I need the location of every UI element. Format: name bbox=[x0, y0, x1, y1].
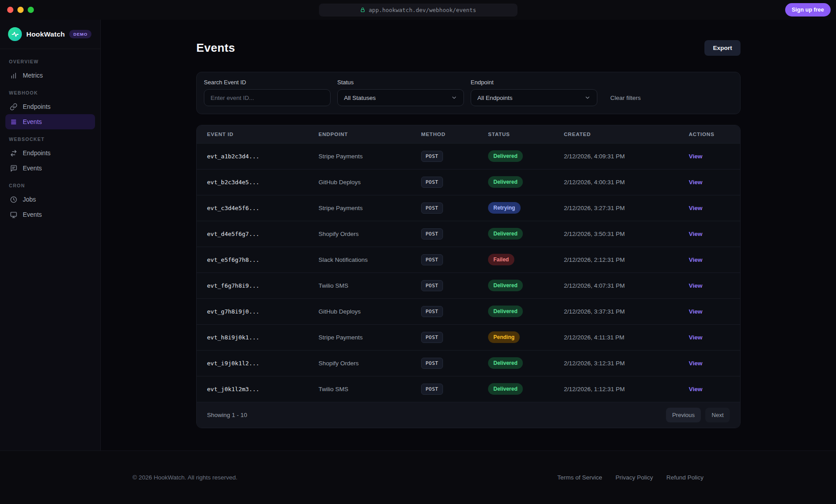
status-badge: Delivered bbox=[488, 357, 523, 369]
list-icon bbox=[10, 118, 17, 126]
table-row: evt_b2c3d4e5... GitHub Deploys POST Deli… bbox=[197, 169, 740, 195]
url-text: app.hookwatch.dev/webhook/events bbox=[369, 7, 476, 13]
sidebar-item-cron-events[interactable]: Events bbox=[5, 207, 95, 222]
status-filter-select[interactable]: All Statuses bbox=[337, 89, 464, 106]
sidebar-item-websocket-endpoints[interactable]: Endpoints bbox=[5, 145, 95, 161]
window-minimize-button[interactable] bbox=[17, 7, 24, 13]
section-label-cron: CRON bbox=[9, 183, 91, 188]
status-filter-value: All Statuses bbox=[344, 95, 376, 101]
view-link[interactable]: View bbox=[689, 282, 703, 289]
view-link[interactable]: View bbox=[689, 205, 703, 211]
status-badge: Delivered bbox=[488, 280, 523, 291]
link-icon bbox=[10, 103, 17, 111]
column-header-status: STATUS bbox=[488, 125, 564, 143]
section-label-websocket: WEBSOCKET bbox=[9, 136, 91, 142]
chevron-down-icon bbox=[451, 95, 457, 101]
view-link[interactable]: View bbox=[689, 153, 703, 160]
view-link[interactable]: View bbox=[689, 256, 703, 263]
created-cell: 2/12/2026, 3:37:31 PM bbox=[564, 298, 689, 324]
section-label-webhook: WEBHOOK bbox=[9, 90, 91, 95]
table-row: evt_c3d4e5f6... Stripe Payments POST Ret… bbox=[197, 195, 740, 221]
monitor-icon bbox=[10, 211, 17, 219]
endpoint-filter-select[interactable]: All Endpoints bbox=[471, 89, 597, 106]
endpoint-filter-value: All Endpoints bbox=[477, 95, 513, 101]
window-close-button[interactable] bbox=[7, 7, 13, 13]
view-link[interactable]: View bbox=[689, 231, 703, 237]
brand-name: HookWatch bbox=[26, 30, 65, 38]
table-row: evt_d4e5f6g7... Shopify Orders POST Deli… bbox=[197, 221, 740, 247]
footer-link[interactable]: Refund Policy bbox=[666, 474, 704, 481]
previous-page-button[interactable]: Previous bbox=[666, 408, 701, 422]
method-badge: POST bbox=[421, 228, 443, 240]
status-badge: Delivered bbox=[488, 383, 523, 395]
status-badge: Retrying bbox=[488, 202, 521, 214]
sidebar: HookWatch DEMO OVERVIEW Metrics WEBHOOK … bbox=[0, 20, 101, 450]
lock-icon bbox=[360, 7, 365, 12]
endpoint-cell: Shopify Orders bbox=[319, 350, 421, 376]
created-cell: 2/12/2026, 3:50:31 PM bbox=[564, 221, 689, 247]
column-header-created: CREATED bbox=[564, 125, 689, 143]
view-link[interactable]: View bbox=[689, 308, 703, 315]
column-header-actions: ACTIONS bbox=[689, 125, 740, 143]
view-link[interactable]: View bbox=[689, 360, 703, 367]
method-badge: POST bbox=[421, 177, 443, 188]
endpoint-cell: Stripe Payments bbox=[319, 195, 421, 221]
status-badge: Delivered bbox=[488, 306, 523, 317]
view-link[interactable]: View bbox=[689, 334, 703, 341]
export-button[interactable]: Export bbox=[704, 40, 741, 56]
sidebar-item-webhook-events[interactable]: Events bbox=[5, 114, 95, 129]
method-badge: POST bbox=[421, 202, 443, 214]
sidebar-item-webhook-endpoints[interactable]: Endpoints bbox=[5, 99, 95, 114]
sidebar-item-websocket-events[interactable]: Events bbox=[5, 161, 95, 176]
event-id-cell: evt_f6g7h8i9... bbox=[197, 273, 319, 298]
search-event-id-label: Search Event ID bbox=[204, 79, 331, 86]
column-header-event-id: EVENT ID bbox=[197, 125, 319, 143]
status-badge: Delivered bbox=[488, 150, 523, 162]
status-badge: Pending bbox=[488, 331, 520, 343]
endpoint-cell: Twilio SMS bbox=[319, 273, 421, 298]
main-area: Events Export Search Event ID Status All… bbox=[101, 20, 836, 450]
method-badge: POST bbox=[421, 151, 443, 162]
sidebar-item-cron-jobs[interactable]: Jobs bbox=[5, 192, 95, 207]
event-id-cell: evt_b2c3d4e5... bbox=[197, 169, 319, 195]
page-title: Events bbox=[196, 41, 235, 55]
chat-bubble-icon bbox=[10, 165, 17, 172]
sidebar-item-metrics[interactable]: Metrics bbox=[5, 68, 95, 83]
footer-link[interactable]: Privacy Policy bbox=[616, 474, 653, 481]
footer-link[interactable]: Terms of Service bbox=[557, 474, 602, 481]
view-link[interactable]: View bbox=[689, 179, 703, 186]
event-id-cell: evt_h8i9j0k1... bbox=[197, 324, 319, 350]
search-event-id-input[interactable] bbox=[204, 89, 331, 106]
status-badge: Delivered bbox=[488, 176, 523, 188]
status-badge: Failed bbox=[488, 254, 514, 265]
event-id-cell: evt_g7h8i9j0... bbox=[197, 298, 319, 324]
next-page-button[interactable]: Next bbox=[705, 408, 730, 422]
signup-button[interactable]: Sign up free bbox=[785, 3, 831, 17]
table-row: evt_a1b2c3d4... Stripe Payments POST Del… bbox=[197, 143, 740, 169]
bar-chart-icon bbox=[10, 72, 17, 79]
endpoint-filter-label: Endpoint bbox=[471, 79, 597, 86]
page-footer: © 2026 HookWatch. All rights reserved. T… bbox=[0, 450, 836, 504]
table-row: evt_e5f6g7h8... Slack Notifications POST… bbox=[197, 247, 740, 273]
table-header-row: EVENT ID ENDPOINT METHOD STATUS CREATED … bbox=[197, 125, 740, 143]
method-badge: POST bbox=[421, 306, 443, 317]
copyright-text: © 2026 HookWatch. All rights reserved. bbox=[132, 474, 237, 481]
event-id-cell: evt_i9j0k1l2... bbox=[197, 350, 319, 376]
clock-icon bbox=[10, 196, 17, 203]
browser-chrome: app.hookwatch.dev/webhook/events Sign up… bbox=[0, 0, 836, 20]
method-badge: POST bbox=[421, 280, 443, 291]
window-maximize-button[interactable] bbox=[28, 7, 34, 13]
filters-panel: Search Event ID Status All Statuses Endp… bbox=[196, 72, 741, 114]
clear-filters-link[interactable]: Clear filters bbox=[610, 95, 641, 101]
created-cell: 2/12/2026, 4:07:31 PM bbox=[564, 273, 689, 298]
view-link[interactable]: View bbox=[689, 386, 703, 392]
hookwatch-logo-icon bbox=[8, 27, 22, 41]
table-row: evt_i9j0k1l2... Shopify Orders POST Deli… bbox=[197, 350, 740, 376]
event-id-cell: evt_d4e5f6g7... bbox=[197, 221, 319, 247]
url-bar[interactable]: app.hookwatch.dev/webhook/events bbox=[319, 4, 517, 17]
table-row: evt_h8i9j0k1... Stripe Payments POST Pen… bbox=[197, 324, 740, 350]
method-badge: POST bbox=[421, 254, 443, 265]
created-cell: 2/12/2026, 4:11:31 PM bbox=[564, 324, 689, 350]
showing-range: Showing 1 - 10 bbox=[207, 412, 247, 418]
endpoint-cell: GitHub Deploys bbox=[319, 169, 421, 195]
